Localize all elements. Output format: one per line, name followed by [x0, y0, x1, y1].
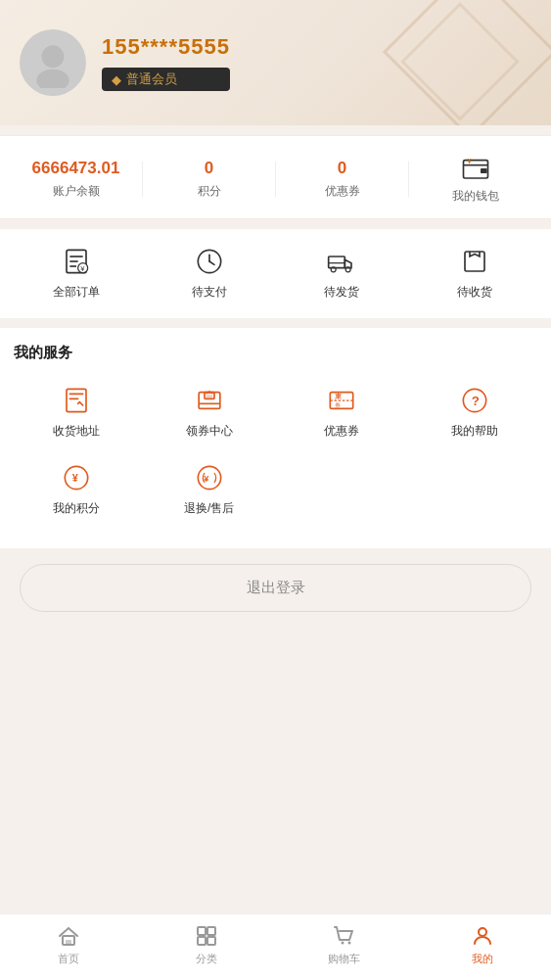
nav-cart[interactable]: 购物车: [276, 924, 414, 966]
svg-line-13: [209, 261, 214, 264]
svg-text:?: ?: [472, 394, 480, 408]
cart-icon: [333, 924, 356, 948]
svg-text:¥: ¥: [72, 472, 78, 484]
service-label-voucher: 优惠券: [324, 423, 359, 440]
balance-stat[interactable]: 6666473.01 账户余额: [10, 159, 142, 200]
pending-receive-item[interactable]: 待收货: [408, 247, 541, 301]
points-value: 0: [205, 159, 213, 178]
service-item-help[interactable]: ? 我的帮助: [408, 376, 541, 453]
pending-pay-icon: [195, 247, 224, 276]
svg-rect-37: [66, 940, 71, 945]
service-item-voucher[interactable]: 束 券 优惠券: [276, 376, 409, 453]
coupon-center-icon: [195, 386, 224, 415]
category-icon: [195, 924, 218, 948]
logout-section: 退出登录: [20, 564, 531, 612]
pending-receive-icon: [460, 247, 489, 276]
points-icon: ¥: [62, 463, 91, 492]
nav-mine-label: 我的: [472, 952, 493, 966]
nav-category-label: 分类: [196, 952, 217, 966]
services-title: 我的服务: [10, 344, 541, 362]
bottom-spacer: [0, 631, 551, 710]
svg-point-1: [36, 70, 69, 88]
pending-pay-item[interactable]: 待支付: [143, 247, 276, 301]
svg-rect-38: [198, 927, 206, 935]
address-icon: [62, 386, 91, 415]
points-stat[interactable]: 0 积分: [143, 159, 275, 200]
nav-cart-label: 购物车: [328, 952, 360, 966]
svg-point-0: [42, 45, 65, 68]
profile-info: 155****5555 ◆ 普通会员: [102, 34, 230, 91]
service-label-return: 退换/售后: [184, 500, 234, 517]
member-badge-label: 普通会员: [126, 70, 177, 88]
svg-rect-14: [329, 257, 345, 268]
svg-rect-3: [481, 168, 487, 173]
balance-label: 账户余额: [53, 183, 100, 200]
pending-ship-label: 待发货: [324, 284, 359, 301]
service-label-points: 我的积分: [53, 500, 100, 517]
balance-value: 6666473.01: [32, 159, 120, 178]
svg-rect-19: [67, 389, 86, 411]
wallet-icon: ¥: [461, 154, 490, 183]
coupons-stat[interactable]: 0 优惠券: [276, 159, 408, 200]
all-orders-icon: ¥: [62, 247, 91, 276]
service-item-coupon-center[interactable]: 领券中心: [143, 376, 276, 453]
pending-ship-icon: [327, 247, 356, 276]
profile-section: 155****5555 ◆ 普通会员: [0, 0, 551, 125]
voucher-icon: 束 券: [327, 386, 356, 415]
svg-point-42: [341, 942, 344, 945]
wallet-stat[interactable]: ¥ 我的钱包: [409, 154, 541, 205]
help-icon: ?: [460, 386, 489, 415]
nav-home-label: 首页: [58, 952, 79, 966]
service-item-points[interactable]: ¥ 我的积分: [10, 453, 143, 531]
mine-icon: [471, 924, 494, 948]
service-item-address[interactable]: 收货地址: [10, 376, 143, 453]
svg-point-44: [479, 928, 486, 936]
coupons-label: 优惠券: [325, 183, 360, 200]
svg-text:束: 束: [336, 392, 344, 399]
points-label: 积分: [198, 183, 221, 200]
all-orders-label: 全部订单: [53, 284, 100, 301]
services-grid: 收货地址 领券中心 束 券 优惠券: [10, 376, 541, 531]
pending-ship-item[interactable]: 待发货: [276, 247, 409, 301]
nav-category[interactable]: 分类: [138, 924, 276, 966]
services-section: 我的服务 收货地址 领券中心: [0, 328, 551, 548]
avatar[interactable]: [20, 29, 86, 96]
svg-rect-40: [198, 937, 206, 945]
svg-point-43: [347, 942, 350, 945]
pending-pay-label: 待支付: [192, 284, 227, 301]
svg-rect-41: [207, 937, 215, 945]
return-icon: ¥: [195, 463, 224, 492]
member-badge[interactable]: ◆ 普通会员: [102, 68, 230, 91]
coupons-value: 0: [338, 159, 346, 178]
svg-rect-24: [206, 395, 212, 397]
home-icon: [57, 924, 80, 948]
svg-rect-21: [199, 393, 220, 409]
service-label-help: 我的帮助: [451, 423, 498, 440]
phone-number: 155****5555: [102, 34, 230, 60]
pending-receive-label: 待收货: [457, 284, 492, 301]
svg-rect-39: [207, 927, 215, 935]
orders-section: ¥ 全部订单 待支付 待发货: [0, 229, 551, 318]
service-label-address: 收货地址: [53, 423, 100, 440]
service-item-return[interactable]: ¥ 退换/售后: [143, 453, 276, 531]
stats-section: 6666473.01 账户余额 0 积分 0 优惠券 ¥ 我的钱包: [0, 135, 551, 219]
service-label-coupon-center: 领券中心: [186, 423, 233, 440]
nav-home[interactable]: 首页: [0, 924, 138, 966]
bottom-nav: 首页 分类 购物车 我的: [0, 913, 551, 980]
all-orders-item[interactable]: ¥ 全部订单: [10, 247, 143, 301]
logout-button[interactable]: 退出登录: [20, 564, 531, 612]
svg-point-34: [198, 466, 220, 489]
svg-text:¥: ¥: [467, 158, 471, 164]
wallet-label: 我的钱包: [452, 188, 499, 205]
svg-text:券: 券: [336, 402, 342, 408]
diamond-icon: ◆: [112, 72, 121, 87]
nav-mine[interactable]: 我的: [413, 924, 551, 966]
